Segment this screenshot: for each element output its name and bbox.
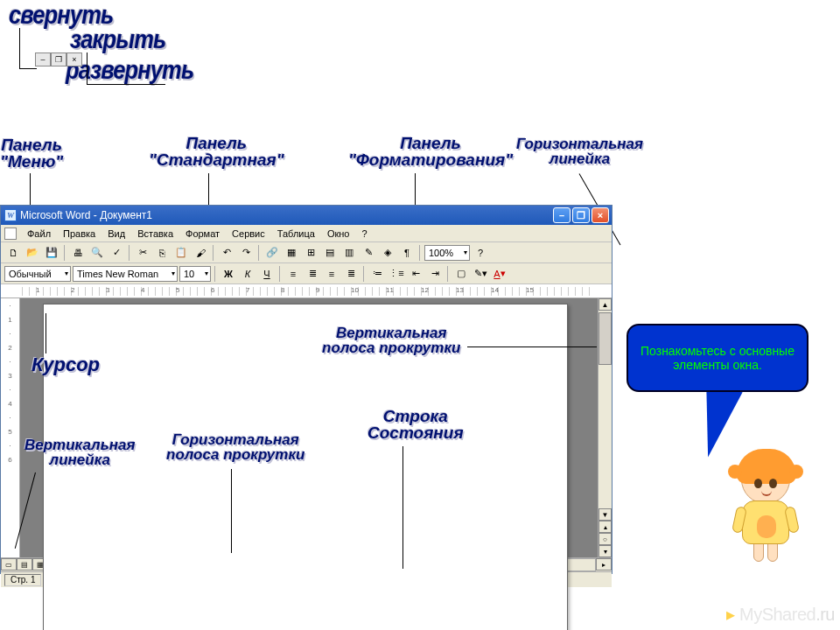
zoom-combo[interactable]: 100% [424,245,470,261]
spellcheck-icon[interactable]: ✓ [108,244,125,262]
formatting-toolbar: Обычный Times New Roman 10 Ж К Ч ≡ ≣ ≡ ≣… [1,263,612,284]
print-icon[interactable]: 🖶 [69,244,87,262]
scroll-up-icon[interactable]: ▲ [598,298,612,311]
label-v-ruler: Вертикальная линейка [24,438,136,467]
copy-icon[interactable]: ⎘ [153,244,171,262]
menu-file[interactable]: Файл [22,227,56,241]
vertical-scrollbar[interactable]: ▲ ▼ ▴ ○ ▾ [598,298,612,557]
align-right-icon[interactable]: ≡ [323,265,340,283]
show-marks-icon[interactable]: ¶ [398,244,416,262]
leader-line [402,446,403,569]
mini-close-icon: × [66,52,82,66]
next-page-icon[interactable]: ▾ [598,545,612,557]
format-painter-icon[interactable]: 🖌 [192,244,209,262]
mascot-character [726,455,805,578]
web-view-icon[interactable]: ▤ [17,558,32,570]
label-v-scroll: Вертикальная полоса прокрутки [322,326,460,355]
open-icon[interactable]: 📂 [24,244,41,262]
label-standard-panel: Панель "Стандартная" [149,135,284,168]
label-cursor: Курсор [32,355,100,374]
bold-icon[interactable]: Ж [220,265,237,283]
align-center-icon[interactable]: ≣ [304,265,321,283]
menu-window[interactable]: Окно [322,227,355,241]
label-maximize: развернуть [66,57,193,83]
insert-table-icon[interactable]: ⊞ [302,244,319,262]
menu-format[interactable]: Формат [180,227,225,241]
menu-table[interactable]: Таблица [272,227,320,241]
word-window: W Microsoft Word - Документ1 – ❐ × Файл … [0,205,612,574]
cut-icon[interactable]: ✂ [134,244,151,262]
leader-line [467,346,597,347]
scroll-right-icon[interactable]: ▸ [596,558,612,570]
help-icon[interactable]: ? [472,244,489,262]
underline-icon[interactable]: Ч [258,265,276,283]
mini-restore-icon: ❐ [51,52,66,66]
mini-window-controls: – ❐ × [35,52,82,66]
menu-help[interactable]: ? [356,227,372,241]
scroll-down-icon[interactable]: ▼ [598,508,612,521]
justify-icon[interactable]: ≣ [342,265,360,283]
speech-bubble-tail [694,386,742,461]
document-area: ·1·2·3·4·5·6 ▲ ▼ ▴ ○ ▾ [1,298,612,557]
vertical-ruler[interactable]: ·1·2·3·4·5·6 [1,298,20,557]
columns-icon[interactable]: ▥ [340,244,358,262]
menu-insert[interactable]: Вставка [132,227,178,241]
prev-page-icon[interactable]: ▴ [598,521,612,533]
menu-view[interactable]: Вид [102,227,130,241]
menubar[interactable]: Файл Правка Вид Вставка Формат Сервис Та… [1,225,612,242]
indent-inc-icon[interactable]: ⇥ [426,265,444,283]
new-icon[interactable]: 🗋 [4,244,22,262]
font-color-icon[interactable]: A▾ [491,265,508,283]
horizontal-ruler[interactable]: 123456789101112131415 [1,284,612,298]
style-combo[interactable]: Обычный [4,266,71,282]
indent-dec-icon[interactable]: ⇤ [407,265,424,283]
drawing-icon[interactable]: ✎ [360,244,377,262]
leader-line [19,68,37,69]
window-title: Microsoft Word - Документ1 [20,209,152,221]
paste-icon[interactable]: 📋 [172,244,190,262]
label-menu-panel: Панель "Меню" [0,136,63,170]
normal-view-icon[interactable]: ▭ [1,558,17,570]
size-combo[interactable]: 10 [179,266,211,282]
excel-icon[interactable]: ▤ [321,244,339,262]
document-icon [4,228,17,240]
speech-bubble: Познакомьтесь с основные элементы окна. [626,324,808,392]
redo-icon[interactable]: ↷ [237,244,255,262]
leader-line [46,313,46,354]
minimize-button[interactable]: – [553,207,570,223]
label-status-bar: Строка Состояния [368,408,464,441]
maximize-button[interactable]: ❐ [572,207,590,223]
align-left-icon[interactable]: ≡ [284,265,302,283]
leader-line [87,84,165,85]
preview-icon[interactable]: 🔍 [88,244,106,262]
numbering-icon[interactable]: ≔ [368,265,386,283]
map-icon[interactable]: ◈ [379,244,396,262]
font-combo[interactable]: Times New Roman [73,266,178,282]
italic-icon[interactable]: К [239,265,256,283]
browse-object-icon[interactable]: ○ [598,533,612,545]
leader-line [231,469,232,553]
label-h-ruler: Горизонтальная линейка [516,136,643,166]
leader-line [19,28,20,68]
label-h-scroll: Горизонтальная полоса прокрутки [166,432,304,462]
undo-icon[interactable]: ↶ [218,244,235,262]
hyperlink-icon[interactable]: 🔗 [263,244,281,262]
status-page: Стр. 1 [4,574,41,586]
titlebar: W Microsoft Word - Документ1 – ❐ × [1,206,612,225]
tables-borders-icon[interactable]: ▦ [283,244,300,262]
bullets-icon[interactable]: ⋮≡ [388,265,405,283]
save-icon[interactable]: 💾 [43,244,60,262]
borders-icon[interactable]: ▢ [452,265,470,283]
scroll-thumb[interactable] [598,312,612,365]
standard-toolbar: 🗋 📂 💾 🖶 🔍 ✓ ✂ ⎘ 📋 🖌 ↶ ↷ 🔗 ▦ ⊞ ▤ ▥ ✎ ◈ ¶ … [1,242,612,263]
app-icon: W [4,209,17,221]
mini-minimize-icon: – [35,52,51,66]
label-formatting-panel: Панель "Форматирования" [348,135,513,168]
close-button[interactable]: × [592,207,609,223]
label-close: закрыть [70,26,165,52]
watermark: ▸ MyShared.ru [726,604,835,625]
highlight-icon[interactable]: ✎▾ [472,265,489,283]
menu-edit[interactable]: Правка [58,227,101,241]
menu-tools[interactable]: Сервис [227,227,270,241]
leader-line [87,52,88,84]
